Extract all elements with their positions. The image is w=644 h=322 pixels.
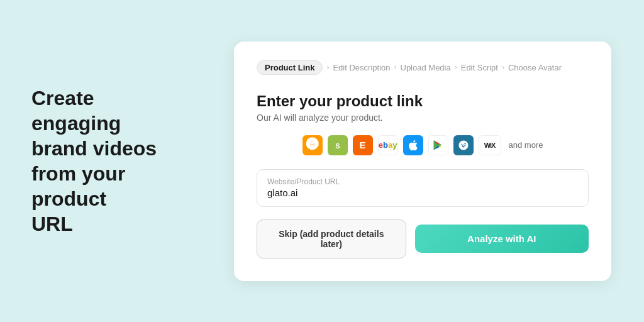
card-subtitle: Our AI will analyze your product.: [257, 113, 589, 123]
and-more-label: and more: [509, 140, 543, 150]
svg-text:S: S: [335, 142, 340, 149]
url-input-label: Website/Product URL: [267, 177, 578, 186]
google-play-icon: [428, 135, 448, 155]
breadcrumb-sep-3: ›: [455, 63, 457, 72]
etsy-icon: E: [353, 135, 373, 155]
hero-headline: Create engaging brand videos from your p…: [31, 86, 182, 236]
breadcrumb-choose-avatar: Choose Avatar: [508, 63, 562, 72]
skip-button[interactable]: Skip (add product details later): [257, 219, 406, 258]
shopify-icon: S: [328, 135, 348, 155]
url-input-wrapper[interactable]: Website/Product URL: [257, 169, 589, 207]
wordpress-icon: [453, 135, 474, 155]
ebay-icon: ebay: [378, 135, 398, 155]
main-card: Product Link › Edit Description › Upload…: [234, 42, 611, 281]
card-title: Enter your product link: [257, 92, 589, 110]
breadcrumb-product-link: Product Link: [257, 60, 323, 75]
button-row: Skip (add product details later) Analyze…: [257, 219, 589, 258]
url-input[interactable]: [267, 187, 578, 198]
breadcrumb-edit-script: Edit Script: [461, 63, 498, 72]
platform-icons-row: 🅐 S E ebay: [257, 135, 589, 155]
breadcrumb-sep-2: ›: [394, 63, 397, 72]
breadcrumb-sep-4: ›: [502, 63, 504, 72]
amazon-icon: 🅐: [303, 135, 323, 155]
breadcrumb: Product Link › Edit Description › Upload…: [257, 60, 589, 75]
breadcrumb-edit-description: Edit Description: [333, 63, 390, 72]
wix-icon: WiX: [479, 135, 501, 155]
breadcrumb-upload-media: Upload Media: [401, 63, 451, 72]
analyze-button[interactable]: Analyze with AI: [415, 225, 589, 253]
appstore-icon: [403, 135, 423, 155]
breadcrumb-sep-1: ›: [326, 63, 329, 72]
left-panel: Create engaging brand videos from your p…: [0, 60, 214, 262]
right-panel: Product Link › Edit Description › Upload…: [214, 29, 644, 294]
